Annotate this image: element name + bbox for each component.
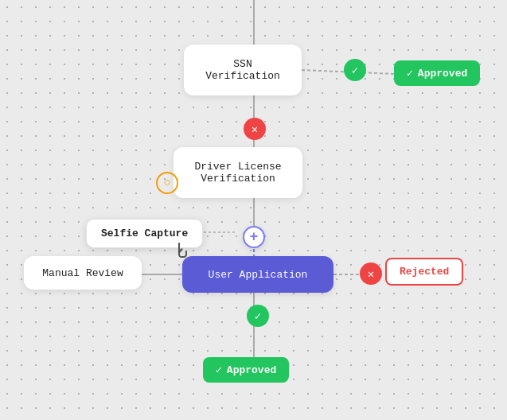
ssn-verification-node[interactable]: SSN Verification (184, 45, 302, 95)
driver-label: Driver License Verification (194, 161, 281, 185)
approved-top-badge: ✓ Approved (394, 60, 480, 86)
add-connector-icon[interactable]: + (243, 226, 265, 248)
user-app-approved-icon: ✓ (247, 305, 269, 327)
approved-bottom-badge: ✓ Approved (203, 357, 289, 383)
approved-bottom-label: ✓ Approved (203, 357, 289, 383)
user-application-label: User Application (209, 269, 308, 281)
driver-warning-icon: ○ (156, 172, 178, 194)
driver-node-box: Driver License Verification (174, 147, 302, 198)
ssn-approved-icon: ✓ (344, 59, 366, 81)
ssn-label: SSN Verification (205, 58, 280, 82)
manual-review-label: Manual Review (42, 267, 123, 279)
ssn-node-box: SSN Verification (184, 45, 302, 95)
user-application-box: User Application (182, 256, 333, 293)
user-app-rejected-icon: ✕ (360, 262, 382, 285)
rejected-badge: Rejected (385, 258, 463, 286)
selfie-label: Selfie Capture (101, 228, 188, 239)
user-application-node[interactable]: User Application (182, 256, 333, 293)
driver-verification-node[interactable]: Driver License Verification (174, 147, 302, 198)
manual-review-node[interactable]: Manual Review (24, 256, 142, 290)
rejected-label: Rejected (385, 258, 463, 286)
manual-review-box: Manual Review (24, 256, 142, 290)
cursor-pointer (174, 243, 189, 259)
workflow-canvas: SSN Verification ✓ ✓ Approved ✕ ○ Driver… (0, 0, 507, 420)
approved-top-label: ✓ Approved (394, 60, 480, 86)
ssn-rejected-icon: ✕ (244, 118, 266, 140)
